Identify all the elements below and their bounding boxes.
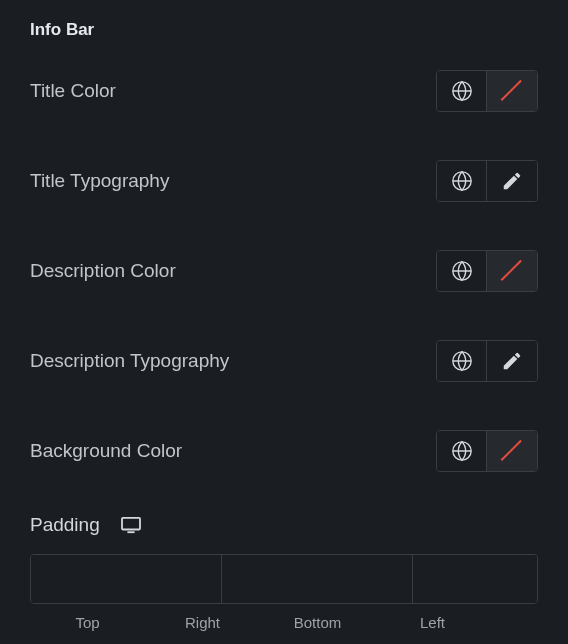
no-color-icon (500, 259, 524, 283)
svg-rect-10 (122, 518, 140, 530)
background-color-picker-button[interactable] (487, 431, 537, 471)
padding-bottom-input[interactable] (413, 555, 538, 603)
svg-rect-11 (127, 531, 134, 533)
description-color-label: Description Color (30, 260, 176, 282)
no-color-icon (500, 439, 524, 463)
description-color-actions (436, 250, 538, 292)
title-typography-global-button[interactable] (437, 161, 487, 201)
background-color-actions (436, 430, 538, 472)
padding-right-input[interactable] (222, 555, 413, 603)
title-typography-label: Title Typography (30, 170, 169, 192)
padding-dimension-labels: Top Right Bottom Left (30, 614, 538, 631)
description-typography-edit-button[interactable] (487, 341, 537, 381)
background-color-global-button[interactable] (437, 431, 487, 471)
description-typography-actions (436, 340, 538, 382)
pencil-icon (501, 350, 523, 372)
globe-icon (451, 260, 473, 282)
background-color-label: Background Color (30, 440, 182, 462)
padding-inputs (30, 554, 538, 604)
description-color-row: Description Color (30, 250, 538, 292)
description-typography-label: Description Typography (30, 350, 229, 372)
background-color-row: Background Color (30, 430, 538, 472)
description-color-global-button[interactable] (437, 251, 487, 291)
padding-section: Padding Top Right Bottom Left (30, 514, 538, 631)
padding-label: Padding (30, 514, 100, 536)
globe-icon (451, 440, 473, 462)
globe-icon (451, 80, 473, 102)
no-color-icon (500, 79, 524, 103)
desktop-icon[interactable] (120, 516, 142, 534)
padding-bottom-label: Bottom (260, 614, 375, 631)
title-typography-edit-button[interactable] (487, 161, 537, 201)
pencil-icon (501, 170, 523, 192)
padding-top-input[interactable] (31, 555, 222, 603)
padding-top-label: Top (30, 614, 145, 631)
title-typography-row: Title Typography (30, 160, 538, 202)
title-color-row: Title Color (30, 70, 538, 112)
padding-header: Padding (30, 514, 538, 536)
globe-icon (451, 170, 473, 192)
globe-icon (451, 350, 473, 372)
section-title: Info Bar (30, 20, 538, 40)
padding-left-label: Left (375, 614, 490, 631)
title-color-label: Title Color (30, 80, 116, 102)
padding-right-label: Right (145, 614, 260, 631)
title-color-actions (436, 70, 538, 112)
description-color-picker-button[interactable] (487, 251, 537, 291)
title-color-picker-button[interactable] (487, 71, 537, 111)
description-typography-row: Description Typography (30, 340, 538, 382)
title-color-global-button[interactable] (437, 71, 487, 111)
title-typography-actions (436, 160, 538, 202)
description-typography-global-button[interactable] (437, 341, 487, 381)
